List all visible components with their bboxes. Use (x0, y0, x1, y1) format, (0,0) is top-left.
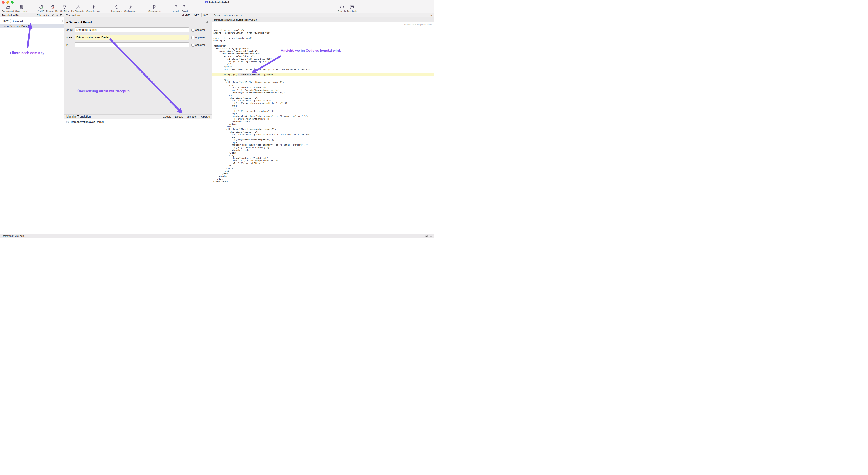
toolbar-set-filter[interactable]: Set Filter (59, 5, 69, 12)
toolbar-label: Export (182, 10, 188, 12)
toolbar-label: Feedback (347, 10, 356, 12)
code-line: </p> (212, 141, 434, 144)
toolbar-import[interactable]: Import (171, 5, 180, 12)
code-line: import { useTranslation } from "i18next-… (212, 32, 434, 34)
code-line: <li class="mb-16 flex items-center gap-x… (212, 81, 434, 84)
code-line: {{ $t("start.ukDescription") }} (212, 138, 434, 141)
code-line: <img (212, 84, 434, 87)
toolbar-add-id[interactable]: Add ID (36, 5, 45, 12)
provider-microsoft[interactable]: Microsoft (185, 114, 199, 119)
key-row: a.Demo mit Daniel (66, 21, 206, 24)
code-line: <template> (212, 44, 434, 47)
machine-translation-body: ⌘1 Démonstration avec Daniel (64, 119, 212, 234)
toolbar-feedback[interactable]: Feedback (346, 5, 357, 12)
code-line: <p> (212, 136, 434, 139)
translations-header: Translations de-DE fr-FR it-IT (64, 13, 212, 18)
code-line: <div class="bg-gray-200"> (212, 47, 434, 50)
code-line: </div> (212, 65, 434, 68)
code-line: </script> (212, 39, 434, 42)
list-item[interactable]: a.Demo mit Daniel (0, 24, 64, 28)
code-line: </ul> (212, 170, 434, 172)
filter-label: Filter: (2, 20, 9, 23)
code-line: <img (212, 154, 434, 157)
code-line: {{ $t("start.vvDescription") }} (212, 110, 434, 112)
source-references-title: Source code references (214, 14, 242, 16)
code-line: :alt="t('a.Versicherungsvermittler/-in')… (212, 92, 434, 94)
translation-input-de[interactable] (75, 28, 189, 32)
filter-active-label: Filter active (37, 14, 51, 16)
toolbar-remove-ids[interactable]: Remove IDs (45, 5, 59, 12)
editor-hint: Double-click to open in editor (404, 23, 432, 26)
filter-funnel-icon[interactable] (59, 14, 62, 16)
approved-checkbox[interactable] (191, 36, 194, 39)
code-line: <script setup lang="ts"> (212, 29, 434, 32)
translation-key-title: a.Demo mit Daniel (66, 21, 92, 24)
translation-input-fr[interactable] (75, 35, 189, 40)
code-line: {{ $t("a.Mehr erfahren") }} (212, 146, 434, 149)
machine-translation-header: Machine Translation Google DeepL Microso… (64, 114, 212, 119)
mt-suggestion-row[interactable]: ⌘1 Démonstration avec Daniel (66, 121, 212, 124)
keyboard-icon[interactable] (425, 235, 428, 238)
toolbar-languages[interactable]: Languages (111, 5, 123, 12)
provider-openai[interactable]: OpenAI (199, 114, 212, 119)
provider-google[interactable]: Google (161, 114, 173, 119)
code-line: </template> (212, 180, 434, 183)
source-code-view[interactable]: <script setup lang="ts">import { useTran… (212, 28, 434, 234)
tab-fr-FR[interactable]: fr-FR (192, 13, 202, 18)
toolbar-label: Open project (2, 10, 14, 12)
clear-filter-icon[interactable]: × (56, 14, 58, 16)
highlighted-key-reference[interactable]: a.Demo mit Daniel (238, 73, 260, 76)
toolbar-tutorials[interactable]: Tutorials (337, 5, 346, 12)
mt-providers: Google DeepL Microsoft OpenAI (161, 114, 212, 119)
tab-de-DE[interactable]: de-DE (180, 13, 192, 18)
source-document-icon (152, 5, 157, 9)
translations-panel: Translations de-DE fr-FR it-IT a.Demo mi… (64, 13, 212, 234)
translation-input-it[interactable] (75, 42, 189, 47)
approved-checkbox[interactable] (191, 43, 194, 46)
toolbar-save-project[interactable]: Save project (14, 5, 28, 12)
editor-screen-icon[interactable] (430, 235, 432, 238)
comment-bubble-icon (4, 25, 6, 27)
toolbar-label: Show source (149, 10, 161, 12)
framework-status: Framework: vue-json (2, 235, 24, 237)
toolbar-show-source[interactable]: Show source (148, 5, 162, 12)
translation-ids-title: Translation IDs (2, 14, 19, 16)
toolbar-label: Languages (111, 10, 122, 12)
code-line: <h4 class="text-lg font-bold">{{ $t("sta… (212, 133, 434, 136)
provider-deepl[interactable]: DeepL (173, 114, 185, 119)
approved-control: Approved (191, 43, 206, 46)
code-line: <main class="lg:px-12 lg:pb-6"> (212, 50, 434, 53)
code-line (212, 42, 434, 45)
code-line: </p> (212, 112, 434, 115)
toolbar-pre-translate[interactable]: Pre-Translate (71, 5, 85, 12)
set-filter-icon (62, 5, 67, 9)
window-title-wrap: b babel-edit.babel (0, 1, 434, 3)
translation-id-list: a.Demo mit Daniel (0, 24, 64, 234)
code-lines: <script setup lang="ts">import { useTran… (212, 29, 434, 183)
tab-it-IT[interactable]: it-IT (202, 13, 210, 18)
code-line: src="../../assets/images/mood_uk.jpg" (212, 159, 434, 162)
file-reference-bar[interactable]: src/pages/start/GuestStartPage.vue:18 (212, 18, 434, 22)
toolbar-configuration[interactable]: Configuration (123, 5, 138, 12)
approved-control: Approved (191, 29, 206, 32)
close-panel-icon[interactable]: × (430, 14, 432, 16)
toolbar-label: Pre-Translate (71, 10, 84, 12)
toolbar-consistency-ai[interactable]: ConsistencyAI (86, 5, 101, 12)
code-line: <div class="space-y-2"> (212, 131, 434, 133)
file-reference: src/pages/start/GuestStartPage.vue:18 (214, 19, 257, 21)
code-line: </li> (212, 167, 434, 170)
comment-icon[interactable] (205, 21, 208, 24)
approved-checkbox[interactable] (191, 29, 194, 32)
filter-input[interactable] (10, 19, 63, 23)
code-line: class="hidden h-72 md:block" (212, 157, 434, 160)
source-references-header: Source code references × (212, 13, 434, 18)
toolbar-label: ConsistencyAI (87, 10, 100, 12)
code-line: const { t } = useTranslation(); (212, 37, 434, 39)
toolbar-open-project[interactable]: Open project (1, 5, 14, 12)
approved-label: Approved (195, 36, 206, 39)
code-line: <p> (212, 107, 434, 110)
remove-ids-icon (50, 5, 55, 9)
toolbar-export[interactable]: Export (180, 5, 189, 12)
refresh-icon[interactable] (52, 14, 55, 16)
code-line: <div class="space-y-2"> (212, 97, 434, 99)
